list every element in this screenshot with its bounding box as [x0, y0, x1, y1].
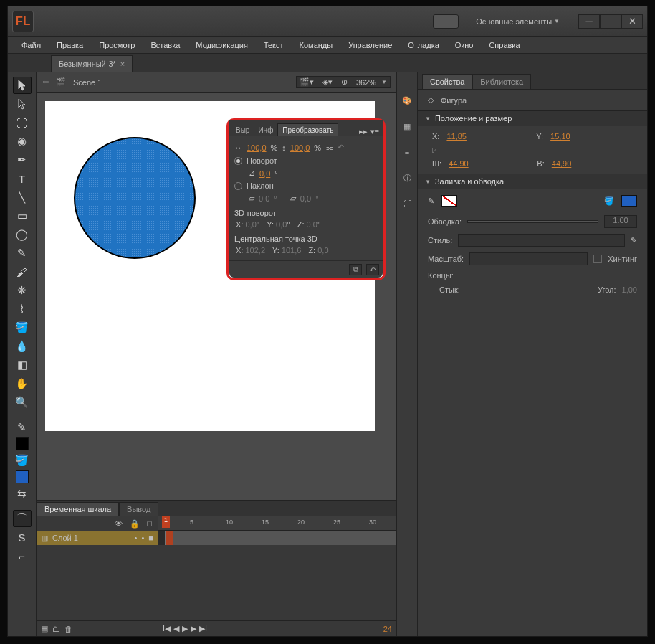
menu-modify[interactable]: Модификация	[188, 39, 256, 52]
frame-track[interactable]	[158, 531, 396, 545]
line-tool[interactable]: ╲	[13, 189, 32, 206]
menu-text[interactable]: Текст	[256, 39, 292, 52]
menu-window[interactable]: Окно	[447, 39, 482, 52]
c3d-y[interactable]: 101,6	[282, 246, 302, 255]
new-folder-icon[interactable]: 🗀	[52, 625, 60, 633]
scale-select[interactable]	[469, 252, 588, 265]
pencil-tool[interactable]: ✎	[13, 245, 32, 262]
menu-help[interactable]: Справка	[481, 39, 527, 52]
align-dock-icon[interactable]: ≡	[401, 146, 413, 158]
h-value[interactable]: 44,90	[552, 159, 633, 168]
snap-tool[interactable]: ⌒	[13, 510, 32, 527]
menu-debug[interactable]: Отладка	[400, 39, 446, 52]
collapse-icon[interactable]: ▸▸	[359, 127, 368, 136]
outline-icon[interactable]: □	[147, 519, 152, 528]
panel-menu-icon[interactable]: ▾≡	[370, 127, 379, 136]
skew-x[interactable]: 0,0	[259, 194, 269, 203]
maximize-button[interactable]: □	[600, 14, 621, 29]
free-transform-tool[interactable]: ⛶	[13, 114, 32, 131]
menu-control[interactable]: Управление	[340, 39, 400, 52]
center-stage-icon[interactable]: ⊕	[341, 77, 348, 87]
skew-radio[interactable]	[234, 182, 242, 190]
swap-colors-icon[interactable]: ⇆	[13, 485, 32, 502]
fill-swatch-prop[interactable]	[621, 195, 637, 207]
transform-tab[interactable]: Преобразовать	[277, 123, 338, 136]
output-tab[interactable]: Вывод	[119, 502, 158, 516]
bone-tool[interactable]: ⌇	[13, 300, 32, 318]
back-icon[interactable]: ⇦	[42, 77, 49, 87]
zoom-value[interactable]: 362%	[356, 78, 376, 87]
visibility-icon[interactable]: 👁	[115, 519, 123, 528]
rotate-radio[interactable]	[234, 157, 242, 165]
play-icon[interactable]: ▶	[182, 624, 188, 633]
c3d-z[interactable]: 0,0	[317, 246, 328, 255]
scale-x[interactable]: 100,0	[247, 143, 267, 152]
style-select[interactable]	[458, 234, 625, 247]
menu-edit[interactable]: Правка	[49, 39, 91, 52]
prev-frame-icon[interactable]: ◀	[173, 624, 179, 633]
rectangle-tool[interactable]: ▭	[13, 207, 32, 224]
new-layer-icon[interactable]: ▤	[41, 624, 48, 633]
section-fill[interactable]: Заливка и обводка	[418, 174, 647, 189]
lock-icon[interactable]: 🔒	[130, 519, 140, 529]
lock-aspect-icon[interactable]: ⟀	[432, 146, 441, 155]
current-frame[interactable]	[166, 531, 173, 545]
selection-tool[interactable]	[13, 77, 32, 94]
zoom-tool[interactable]: 🔍	[13, 394, 32, 411]
straighten-tool[interactable]: ⌐	[13, 547, 32, 564]
duplicate-transform-icon[interactable]: ⧉	[349, 264, 362, 275]
bucket-tool[interactable]: 🪣	[13, 319, 32, 336]
smooth-tool[interactable]: S	[13, 529, 32, 546]
stroke-slider[interactable]	[467, 220, 598, 223]
minimize-button[interactable]: ─	[578, 14, 600, 29]
w-value[interactable]: 44,90	[449, 159, 530, 168]
eraser-tool[interactable]: ◧	[13, 356, 32, 374]
stroke-width[interactable]: 1.00	[604, 215, 637, 228]
edit-symbol-icon[interactable]: ◈▾	[322, 77, 333, 87]
workspace-selector[interactable]: Основные элементы▼	[469, 14, 571, 29]
stroke-swatch-prop[interactable]	[441, 195, 457, 207]
layer-row[interactable]: ▥Слой 1• • ■	[37, 531, 158, 545]
edit-style-icon[interactable]: ✎	[631, 236, 637, 245]
keyframe[interactable]	[158, 531, 166, 545]
timeline-tab[interactable]: Временная шкала	[37, 502, 119, 516]
last-frame-icon[interactable]: ▶I	[199, 624, 207, 633]
info-tab[interactable]: Инф	[254, 124, 277, 136]
next-frame-icon[interactable]: ▶	[191, 624, 196, 633]
rotate-value[interactable]: 0,0	[259, 169, 270, 178]
align-tab[interactable]: Выр	[231, 124, 254, 136]
info-dock-icon[interactable]: ⓘ	[401, 171, 413, 184]
fill-color[interactable]: 🪣	[13, 452, 32, 469]
shape-circle[interactable]	[74, 137, 196, 259]
rot3d-z[interactable]: 0,0	[307, 220, 317, 229]
rot3d-y[interactable]: 0,0	[276, 220, 287, 229]
y-value[interactable]: 15,10	[550, 132, 633, 141]
text-tool[interactable]: T	[13, 170, 32, 187]
constrain-icon[interactable]: ⫘	[325, 143, 333, 152]
menu-file[interactable]: Файл	[14, 39, 49, 52]
c3d-x[interactable]: 102,2	[245, 246, 265, 255]
swatches-dock-icon[interactable]: ▦	[401, 120, 413, 133]
eyedropper-tool[interactable]: 💧	[13, 338, 32, 355]
document-tab[interactable]: Безымянный-3*×	[51, 55, 133, 72]
deco-tool[interactable]: ❋	[13, 282, 32, 299]
library-tab[interactable]: Библиотека	[472, 74, 531, 89]
delete-layer-icon[interactable]: 🗑	[64, 625, 72, 633]
subselect-tool[interactable]	[13, 95, 32, 113]
lasso-tool[interactable]: ◉	[13, 133, 32, 150]
edit-scene-icon[interactable]: 🎬▾	[300, 77, 314, 87]
properties-tab[interactable]: Свойства	[422, 74, 472, 89]
angle-value[interactable]: 1,00	[622, 285, 637, 294]
reset-transform-icon[interactable]: ↶	[366, 264, 379, 275]
first-frame-icon[interactable]: I◀	[163, 624, 171, 633]
oval-tool[interactable]: ◯	[13, 226, 32, 243]
reset-scale-icon[interactable]: ↶	[338, 143, 344, 152]
stroke-swatch[interactable]	[16, 437, 29, 450]
section-position[interactable]: Положение и размер	[418, 110, 647, 126]
hand-tool[interactable]: ✋	[13, 375, 32, 392]
menu-commands[interactable]: Команды	[292, 39, 341, 52]
stroke-color[interactable]: ✎	[13, 419, 32, 436]
x-value[interactable]: 11,85	[446, 132, 529, 141]
hinting-check[interactable]	[593, 255, 602, 263]
skew-y[interactable]: 0,0	[300, 194, 311, 203]
